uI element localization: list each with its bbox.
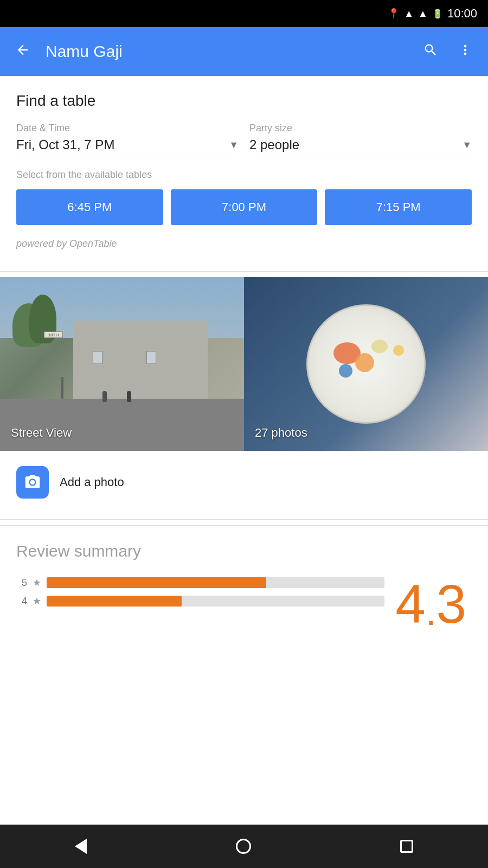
back-button[interactable] xyxy=(11,38,35,66)
signal-icon: ▲ xyxy=(418,8,428,20)
bar-row-4: 4 ★ xyxy=(16,595,384,607)
find-table-title: Find a table xyxy=(16,92,472,110)
review-summary-title: Review summary xyxy=(16,542,472,560)
big-rating: 4 . 3 xyxy=(395,577,472,631)
camera-icon xyxy=(24,474,41,491)
rating-content: 5 ★ 4 ★ 4 . 3 xyxy=(16,577,472,631)
food-photo-image xyxy=(244,277,488,451)
status-icons: 📍 ▲ ▲ 🔋 10:00 xyxy=(388,7,477,21)
location-icon: 📍 xyxy=(388,8,400,20)
datetime-arrow-icon: ▼ xyxy=(229,139,239,151)
app-bar: Namu Gaji xyxy=(0,27,488,76)
powered-by-label: powered by OpenTable xyxy=(16,238,472,250)
bar-row-5: 5 ★ xyxy=(16,577,384,589)
party-size-value-button[interactable]: 2 people ▼ xyxy=(249,137,472,156)
party-size-label: Party size xyxy=(249,123,472,134)
section-divider-2 xyxy=(0,519,488,520)
bar-label-5: 5 xyxy=(16,577,27,589)
party-size-text: 2 people xyxy=(249,137,299,152)
recents-nav-icon xyxy=(400,840,413,853)
bar-fill-5 xyxy=(47,577,266,588)
rating-bars: 5 ★ 4 ★ xyxy=(16,577,384,614)
bar-label-4: 4 xyxy=(16,596,27,607)
rating-fraction: 3 xyxy=(436,577,466,631)
rating-dot: . xyxy=(426,593,436,631)
page-title: Namu Gaji xyxy=(46,42,408,61)
photos-row: 18TH Street View 27 photos xyxy=(0,277,488,451)
battery-icon: 🔋 xyxy=(432,9,443,19)
party-size-selector: Party size 2 people ▼ xyxy=(249,123,472,156)
add-photo-row[interactable]: Add a photo xyxy=(0,451,488,514)
food-photos-cell[interactable]: 27 photos xyxy=(244,277,488,451)
main-content: Find a table Date & Time Fri, Oct 31, 7 … xyxy=(0,76,488,642)
nav-back-button[interactable] xyxy=(59,833,103,859)
more-options-button[interactable] xyxy=(453,38,477,66)
review-summary-section: Review summary 5 ★ 4 ★ xyxy=(0,525,488,642)
wifi-icon: ▲ xyxy=(404,8,414,20)
bar-track-4 xyxy=(47,596,384,607)
datetime-text: Fri, Oct 31, 7 PM xyxy=(16,137,114,152)
selectors-row: Date & Time Fri, Oct 31, 7 PM ▼ Party si… xyxy=(16,123,472,156)
star-icon-5: ★ xyxy=(33,577,41,589)
home-nav-icon xyxy=(236,839,251,854)
food-plate xyxy=(306,304,426,424)
camera-icon-circle xyxy=(16,466,49,499)
datetime-value-button[interactable]: Fri, Oct 31, 7 PM ▼ xyxy=(16,137,239,156)
nav-recents-button[interactable] xyxy=(384,834,429,858)
datetime-label: Date & Time xyxy=(16,123,239,134)
star-icon-4: ★ xyxy=(33,595,41,607)
time-slot-715[interactable]: 7:15 PM xyxy=(325,189,472,225)
time-slots-container: 6:45 PM 7:00 PM 7:15 PM xyxy=(16,189,472,225)
add-photo-label: Add a photo xyxy=(60,475,124,489)
food-item-garnish xyxy=(355,353,374,372)
nav-home-button[interactable] xyxy=(220,833,267,859)
time-slot-700[interactable]: 7:00 PM xyxy=(171,189,318,225)
party-size-arrow-icon: ▼ xyxy=(462,139,472,151)
photos-count-label: 27 photos xyxy=(255,426,307,440)
datetime-selector: Date & Time Fri, Oct 31, 7 PM ▼ xyxy=(16,123,239,156)
food-item-berry xyxy=(339,364,352,378)
street-view-cell[interactable]: 18TH Street View xyxy=(0,277,244,451)
bar-fill-4 xyxy=(47,596,182,607)
street-view-image: 18TH xyxy=(0,277,244,451)
status-time: 10:00 xyxy=(447,7,477,21)
search-button[interactable] xyxy=(419,38,442,66)
time-slot-645[interactable]: 6:45 PM xyxy=(16,189,163,225)
food-items xyxy=(323,337,409,391)
find-table-section: Find a table Date & Time Fri, Oct 31, 7 … xyxy=(0,76,488,266)
bottom-navigation xyxy=(0,825,488,868)
available-tables-label: Select from the available tables xyxy=(16,169,472,181)
bar-track-5 xyxy=(47,577,384,588)
food-item-cracker xyxy=(371,340,388,353)
rating-integer: 4 xyxy=(395,577,426,631)
street-view-label: Street View xyxy=(11,426,72,440)
back-nav-icon xyxy=(75,839,87,854)
status-bar: 📍 ▲ ▲ 🔋 10:00 xyxy=(0,0,488,27)
section-divider-1 xyxy=(0,271,488,272)
